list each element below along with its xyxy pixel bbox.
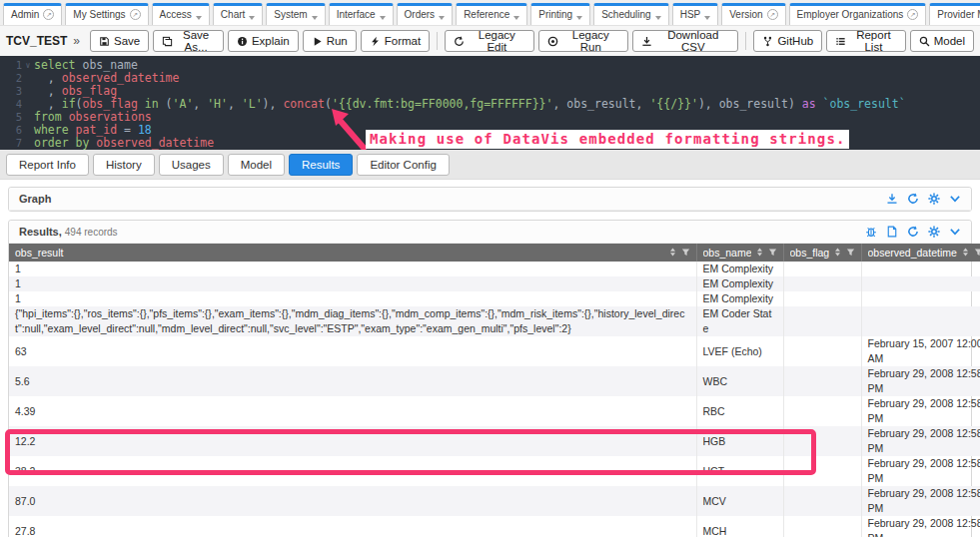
tab-editor-config[interactable]: Editor Config	[357, 154, 449, 176]
graph-panel-header[interactable]: Graph	[9, 188, 971, 211]
refresh-icon[interactable]	[907, 226, 919, 238]
nav-tab-admin[interactable]: Admin↗	[3, 3, 62, 25]
nav-tab-my-settings[interactable]: My Settings↗	[65, 3, 148, 25]
results-table: obs_resultobs_nameobs_flagobserved_datet…	[9, 244, 980, 537]
button-label: Save	[114, 35, 140, 47]
chevron-down-icon[interactable]	[949, 226, 961, 238]
button-label: Legacy Edit	[469, 29, 524, 53]
tab-report-info[interactable]: Report Info	[6, 154, 89, 176]
nav-tab-provider-management[interactable]: Provider Management↗	[929, 3, 980, 25]
table-row[interactable]: 4.39RBCFebruary 29, 2008 12:58 PM	[9, 396, 980, 426]
popout-icon[interactable]: ↗	[130, 9, 141, 20]
funnel-icon[interactable]	[681, 247, 690, 259]
nav-tab-chart[interactable]: Chart	[213, 3, 263, 25]
format-button[interactable]: Format	[361, 30, 430, 52]
file-icon[interactable]	[886, 226, 898, 238]
nav-tab-system[interactable]: System	[266, 3, 325, 25]
popout-icon[interactable]: ↗	[907, 9, 918, 20]
table-row[interactable]: 1EM Complexity	[9, 276, 980, 291]
cell-obs-flag	[783, 366, 861, 396]
gear-icon[interactable]	[928, 193, 940, 205]
cell-obs-flag	[783, 516, 861, 537]
cell-obs-result: 1	[9, 291, 696, 306]
cell-obs-result: 4.39	[9, 396, 696, 426]
line-number: 1	[0, 59, 22, 72]
report-list-button[interactable]: Report List	[826, 30, 905, 52]
table-row[interactable]: 1EM Complexity	[9, 291, 980, 306]
nav-tab-reference[interactable]: Reference	[456, 3, 527, 25]
nav-tab-version[interactable]: Version↗	[721, 3, 785, 25]
line-number: 6	[0, 124, 22, 137]
results-record-count: 494 records	[65, 227, 118, 238]
nav-tab-access[interactable]: Access	[152, 3, 210, 25]
table-row[interactable]: 1EM Complexity	[9, 262, 980, 276]
line-number: 5	[0, 111, 22, 124]
column-header-obs-name[interactable]: obs_name	[696, 244, 783, 262]
save-icon	[99, 36, 110, 47]
top-nav: Admin↗My Settings↗AccessChartSystemInter…	[0, 0, 980, 26]
sort-icon[interactable]	[755, 247, 764, 259]
popout-icon[interactable]: ↗	[43, 9, 54, 20]
nav-tab-label: Provider Management	[937, 9, 980, 20]
table-row[interactable]: 87.0MCVFebruary 29, 2008 12:58 PM	[9, 486, 980, 516]
download-icon[interactable]	[886, 193, 898, 205]
download-csv-button[interactable]: Download CSV	[632, 30, 738, 52]
tab-history[interactable]: History	[93, 154, 155, 176]
nav-tab-label: Version	[729, 9, 762, 20]
column-header-obs-result[interactable]: obs_result	[9, 244, 696, 262]
table-row[interactable]: 38.2HCTFebruary 29, 2008 12:58 PM	[9, 456, 980, 486]
github-button[interactable]: GitHub	[753, 30, 822, 52]
funnel-icon[interactable]	[768, 247, 777, 259]
cell-observed-datetime	[861, 262, 980, 276]
run-button[interactable]: Run	[303, 30, 357, 52]
fold-caret-icon[interactable]: ∨	[22, 59, 34, 72]
table-row[interactable]: 5.6WBCFebruary 29, 2008 12:58 PM	[9, 366, 980, 396]
column-header-obs-flag[interactable]: obs_flag	[783, 244, 861, 262]
nav-tab-label: Printing	[538, 9, 572, 20]
nav-tab-employer-organizations[interactable]: Employer Organizations↗	[789, 3, 927, 25]
tab-model[interactable]: Model	[228, 154, 285, 176]
nav-tab-label: Orders	[405, 9, 436, 20]
cell-obs-flag	[783, 336, 861, 366]
table-row[interactable]: 27.8MCHFebruary 29, 2008 12:58 PM	[9, 516, 980, 537]
nav-tab-scheduling[interactable]: Scheduling	[593, 3, 668, 25]
sort-icon[interactable]	[961, 247, 970, 259]
table-row[interactable]: 12.2HGBFebruary 29, 2008 12:58 PM	[9, 426, 980, 456]
cell-obs-flag	[783, 262, 861, 276]
table-row[interactable]: 63LVEF (Echo)February 15, 2007 12:00 AM	[9, 336, 980, 366]
table-row[interactable]: {"hpi_items":{},"ros_items":{},"pfs_item…	[9, 306, 980, 336]
sort-icon[interactable]	[833, 247, 842, 259]
cell-obs-name: HCT	[696, 456, 783, 486]
cell-obs-name: EM Coder State	[696, 306, 783, 336]
cell-observed-datetime: February 15, 2007 12:00 AM	[861, 336, 980, 366]
refresh-icon[interactable]	[907, 193, 919, 205]
legacy-run-button[interactable]: Legacy Run	[538, 30, 629, 52]
save-as-button[interactable]: Save As...	[153, 30, 224, 52]
toolbar-group: SaveSave As...ExplainRunFormat	[90, 30, 430, 52]
save-button[interactable]: Save	[90, 30, 149, 52]
nav-tab-printing[interactable]: Printing	[530, 3, 590, 25]
nav-tab-interface[interactable]: Interface	[329, 3, 394, 25]
bug-icon[interactable]	[865, 226, 877, 238]
nav-tab-orders[interactable]: Orders	[397, 3, 454, 25]
tab-results[interactable]: Results	[289, 154, 353, 176]
nav-tab-hsp[interactable]: HSP	[672, 3, 719, 25]
explain-icon	[237, 36, 248, 47]
model-button[interactable]: Model	[910, 30, 974, 52]
column-header-observed-datetime[interactable]: observed_datetime	[861, 244, 980, 262]
report-name-expander[interactable]: »	[73, 34, 80, 48]
dropdown-caret-icon	[380, 16, 386, 20]
tab-usages[interactable]: Usages	[159, 154, 224, 176]
funnel-icon[interactable]	[974, 247, 980, 259]
legacy-edit-button[interactable]: Legacy Edit	[445, 30, 533, 52]
toolbar-group: Legacy EditLegacy RunDownload CSV	[445, 30, 738, 52]
chevron-down-icon[interactable]	[949, 193, 961, 205]
button-label: Report List	[850, 29, 896, 53]
results-panel-header[interactable]: Results, 494 records	[9, 221, 971, 244]
sort-icon[interactable]	[668, 247, 677, 259]
funnel-icon[interactable]	[846, 247, 855, 259]
gear-icon[interactable]	[928, 226, 940, 238]
nav-tab-label: Admin	[11, 9, 39, 20]
explain-button[interactable]: Explain	[228, 30, 299, 52]
popout-icon[interactable]: ↗	[767, 9, 778, 20]
